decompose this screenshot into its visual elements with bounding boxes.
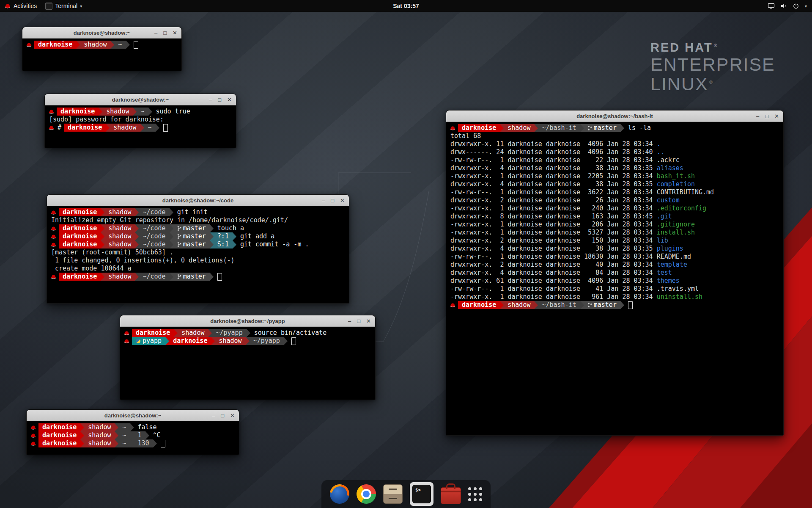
brand-line-enterprise: ENTERPRISE <box>650 55 775 74</box>
file-listing-row: drwxrwxr-x. 4 darknoise darknoise 38 Jan… <box>449 245 780 253</box>
terminal-content[interactable]: darknoiseshadow~/pyappsource bin/activat… <box>120 327 375 400</box>
powerline-arrow <box>208 329 212 337</box>
prompt-segment-path: ~/code <box>139 224 169 232</box>
minimize-button[interactable]: – <box>209 97 212 102</box>
titlebar[interactable]: darknoise@shadow:~/code –□✕ <box>47 195 349 206</box>
display-icon[interactable] <box>768 3 775 9</box>
powerline-arrow <box>115 431 118 439</box>
maximize-button[interactable]: □ <box>221 413 224 418</box>
terminal-content[interactable]: darknoiseshadow~/bash-itmasterls -latota… <box>446 122 783 435</box>
minimize-button[interactable]: – <box>154 30 157 36</box>
terminal-prompt-line: darknoiseshadow~false <box>30 423 236 431</box>
prompt-segment-git: master <box>584 124 620 132</box>
terminal-app-icon <box>45 3 52 10</box>
close-button[interactable]: ✕ <box>366 318 371 324</box>
powerline-arrow <box>246 337 250 345</box>
terminal-output-line: [sudo] password for darknoise: <box>48 116 233 124</box>
terminal-prompt-line: darknoiseshadow~ <box>25 41 178 49</box>
redhat-icon <box>450 302 456 308</box>
titlebar[interactable]: darknoise@shadow:~/bash-it –□✕ <box>446 110 783 122</box>
powerline-arrow <box>156 124 159 132</box>
close-button[interactable]: ✕ <box>227 97 232 102</box>
app-menu-terminal[interactable]: Terminal ▾ <box>41 0 86 12</box>
powerline-arrow <box>620 124 624 132</box>
dock-item-terminal[interactable]: $> <box>410 482 433 506</box>
terminal-content[interactable]: darknoiseshadow~/codegit initInitialized… <box>47 206 349 303</box>
close-button[interactable]: ✕ <box>230 413 235 418</box>
maximize-button[interactable]: □ <box>765 113 768 119</box>
system-menu-caret-icon[interactable]: ▾ <box>805 4 807 8</box>
terminal-cursor <box>628 301 633 309</box>
powerline-arrow <box>165 337 169 345</box>
volume-icon[interactable] <box>780 3 787 9</box>
terminal-window: darknoise@shadow:~ –□✕ darknoiseshadow~s… <box>44 94 236 148</box>
window-controls: –□✕ <box>154 30 181 36</box>
close-button[interactable]: ✕ <box>774 113 779 119</box>
clock[interactable]: Sat 03:57 <box>0 3 812 9</box>
prompt-segment-user: darknoise <box>59 208 101 216</box>
prompt-segment-path: ~/bash-it <box>538 301 580 309</box>
file-name: .travis.yml <box>657 285 699 293</box>
close-button[interactable]: ✕ <box>340 198 345 203</box>
close-button[interactable]: ✕ <box>173 30 177 36</box>
terminal-content[interactable]: darknoiseshadow~falsedarknoiseshadow~1^C… <box>27 421 239 455</box>
minimize-button[interactable]: – <box>212 413 215 418</box>
terminal-prompt-line: #darknoiseshadow~ <box>48 124 233 132</box>
file-name: uninstall.sh <box>657 293 702 301</box>
titlebar[interactable]: darknoise@shadow:~ –□✕ <box>22 27 181 39</box>
dock-item-show-applications[interactable] <box>468 487 482 501</box>
redhat-icon <box>50 274 57 280</box>
prompt-segment-path: ~/code <box>139 208 169 216</box>
minimize-button[interactable]: – <box>322 198 325 203</box>
command-text: source bin/activate <box>254 329 327 337</box>
redhat-icon <box>50 234 57 240</box>
window-title: darknoise@shadow:~/pyapp <box>120 318 375 324</box>
file-meta: -rw-rw-r--. 1 darknoise darknoise 18630 … <box>450 253 657 260</box>
window-controls: –□✕ <box>322 198 349 203</box>
dock-item-chrome[interactable] <box>357 484 376 504</box>
powerline-arrow <box>76 41 80 49</box>
prompt-segment-host: shadow <box>104 232 135 240</box>
prompt-segment-user: darknoise <box>59 224 101 232</box>
dock-item-toolbox[interactable] <box>441 484 461 504</box>
prompt-segment-path: ~/code <box>139 232 169 240</box>
maximize-button[interactable]: □ <box>357 318 360 324</box>
powerline-arrow <box>130 431 134 439</box>
maximize-button[interactable]: □ <box>331 198 334 203</box>
minimize-button[interactable]: – <box>756 113 759 119</box>
titlebar[interactable]: darknoise@shadow:~/pyapp –□✕ <box>120 315 375 327</box>
terminal-content[interactable]: darknoiseshadow~sudo true[sudo] password… <box>45 105 236 148</box>
terminal-content[interactable]: darknoiseshadow~ <box>22 39 181 71</box>
file-name: CONTRIBUTING.md <box>657 188 714 196</box>
file-listing-row: drwxrwxr-x. 2 darknoise darknoise 26 Jan… <box>449 196 780 204</box>
dock-item-files[interactable] <box>383 484 403 504</box>
redhat-icon <box>50 242 57 248</box>
minimize-button[interactable]: – <box>348 318 351 324</box>
powerline-arrow <box>170 208 173 216</box>
powerline-arrow <box>130 423 134 431</box>
file-listing-row: -rwxrwxr-x. 1 darknoise darknoise 240 Ja… <box>449 204 780 213</box>
dock-item-firefox[interactable] <box>330 484 349 504</box>
redhat-icon <box>50 210 57 215</box>
file-meta: -rwxrwxr-x. 1 darknoise darknoise 206 Ja… <box>450 221 657 228</box>
prompt-segment-host: shadow <box>102 108 133 116</box>
powerline-arrow <box>534 124 538 132</box>
titlebar[interactable]: darknoise@shadow:~ –□✕ <box>27 410 239 421</box>
window-controls: –□✕ <box>209 97 236 102</box>
terminal-prompt-line: darknoiseshadow~/codemastertouch a <box>50 224 346 232</box>
maximize-button[interactable]: □ <box>218 97 221 102</box>
file-meta: drwxrwxr-x. 61 darknoise darknoise 4096 … <box>450 277 657 284</box>
titlebar[interactable]: darknoise@shadow:~ –□✕ <box>45 94 236 105</box>
power-icon[interactable] <box>793 3 799 9</box>
prompt-segment-user: darknoise <box>132 329 174 337</box>
powerline-arrow <box>210 240 214 248</box>
maximize-button[interactable]: □ <box>163 30 167 36</box>
powerline-arrow <box>170 224 173 232</box>
prompt-segment-path: ~ <box>114 41 126 49</box>
file-name: .. <box>657 148 664 156</box>
prompt-segment-user: darknoise <box>64 124 106 132</box>
file-name: README.md <box>657 253 691 260</box>
activities-button[interactable]: Activities <box>0 0 41 12</box>
show-applications-icon <box>468 487 482 501</box>
powerline-arrow <box>210 273 214 281</box>
